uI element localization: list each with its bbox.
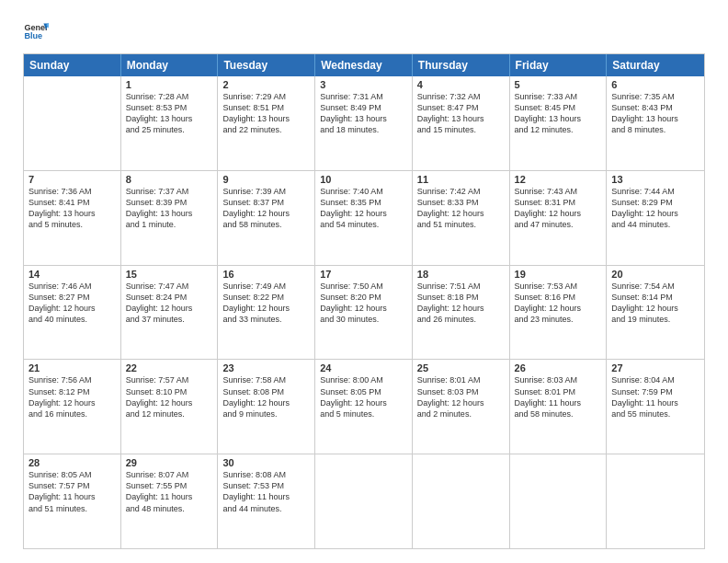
calendar-cell: 2Sunrise: 7:29 AMSunset: 8:51 PMDaylight…	[218, 76, 315, 170]
cell-line: and 23 minutes.	[515, 314, 602, 325]
cell-line: and 30 minutes.	[320, 314, 407, 325]
cell-line: Sunrise: 7:46 AM	[28, 281, 116, 292]
calendar-cell: 21Sunrise: 7:56 AMSunset: 8:12 PMDayligh…	[24, 360, 121, 454]
day-number: 10	[320, 174, 407, 185]
cell-line: Sunrise: 7:44 AM	[611, 186, 700, 197]
cell-line: Sunrise: 8:00 AM	[320, 374, 407, 385]
weekday-header-friday: Friday	[510, 54, 608, 76]
cell-line: and 44 minutes.	[611, 219, 700, 230]
calendar-cell: 12Sunrise: 7:43 AMSunset: 8:31 PMDayligh…	[510, 171, 608, 265]
cell-line: and 33 minutes.	[222, 314, 310, 325]
cell-line: Daylight: 12 hours	[417, 208, 505, 219]
calendar-cell: 13Sunrise: 7:44 AMSunset: 8:29 PMDayligh…	[607, 171, 704, 265]
cell-line: Sunrise: 7:53 AM	[515, 281, 602, 292]
day-number: 4	[417, 79, 505, 90]
cell-line: Sunset: 8:29 PM	[611, 197, 700, 208]
cell-line: and 51 minutes.	[28, 503, 116, 514]
cell-line: Sunrise: 7:29 AM	[222, 91, 310, 102]
cell-line: and 2 minutes.	[417, 408, 505, 419]
cell-line: Sunrise: 8:01 AM	[417, 374, 505, 385]
cell-line: and 25 minutes.	[126, 124, 213, 135]
cell-line: Sunrise: 7:51 AM	[417, 281, 505, 292]
cell-line: Daylight: 12 hours	[320, 397, 407, 408]
cell-line: Daylight: 13 hours	[320, 113, 407, 124]
cell-line: Sunrise: 7:35 AM	[611, 91, 700, 102]
cell-line: Sunset: 7:55 PM	[126, 480, 213, 491]
calendar-cell: 29Sunrise: 8:07 AMSunset: 7:55 PMDayligh…	[121, 454, 219, 548]
cell-line: Sunrise: 7:36 AM	[28, 186, 116, 197]
cell-line: Sunset: 8:37 PM	[222, 197, 310, 208]
cell-line: Sunrise: 7:50 AM	[320, 281, 407, 292]
day-number: 17	[320, 269, 407, 280]
cell-line: Sunset: 8:24 PM	[126, 292, 213, 303]
day-number: 11	[417, 174, 505, 185]
day-number: 27	[611, 362, 700, 373]
cell-line: and 12 minutes.	[515, 124, 602, 135]
calendar-cell: 28Sunrise: 8:05 AMSunset: 7:57 PMDayligh…	[24, 454, 121, 548]
calendar-cell: 24Sunrise: 8:00 AMSunset: 8:05 PMDayligh…	[315, 360, 413, 454]
calendar-cell: 18Sunrise: 7:51 AMSunset: 8:18 PMDayligh…	[413, 266, 510, 360]
weekday-header-thursday: Thursday	[413, 54, 510, 76]
cell-line: Daylight: 13 hours	[515, 113, 602, 124]
cell-line: Sunset: 8:08 PM	[222, 386, 310, 397]
header: General Blue	[23, 18, 705, 44]
cell-line: and 9 minutes.	[222, 408, 310, 419]
cell-line: Daylight: 11 hours	[515, 397, 602, 408]
cell-line: Sunset: 8:35 PM	[320, 197, 407, 208]
calendar-cell: 23Sunrise: 7:58 AMSunset: 8:08 PMDayligh…	[218, 360, 315, 454]
day-number: 6	[611, 79, 700, 90]
day-number: 15	[126, 269, 213, 280]
cell-line: Sunrise: 7:57 AM	[126, 374, 213, 385]
cell-line: Sunset: 8:10 PM	[126, 386, 213, 397]
calendar-cell: 10Sunrise: 7:40 AMSunset: 8:35 PMDayligh…	[315, 171, 413, 265]
cell-line: Daylight: 12 hours	[611, 303, 700, 314]
calendar-cell	[510, 454, 608, 548]
cell-line: Daylight: 12 hours	[28, 303, 116, 314]
cell-line: and 15 minutes.	[417, 124, 505, 135]
cell-line: and 47 minutes.	[515, 219, 602, 230]
day-number: 7	[28, 174, 116, 185]
day-number: 30	[222, 457, 310, 468]
cell-line: and 55 minutes.	[611, 408, 700, 419]
day-number: 25	[417, 362, 505, 373]
cell-line: Daylight: 12 hours	[320, 208, 407, 219]
cell-line: and 37 minutes.	[126, 314, 213, 325]
cell-line: and 12 minutes.	[126, 408, 213, 419]
day-number: 29	[126, 457, 213, 468]
cell-line: Daylight: 12 hours	[28, 397, 116, 408]
cell-line: and 19 minutes.	[611, 314, 700, 325]
cell-line: Daylight: 12 hours	[417, 397, 505, 408]
calendar-cell: 26Sunrise: 8:03 AMSunset: 8:01 PMDayligh…	[510, 360, 608, 454]
cell-line: Daylight: 12 hours	[222, 303, 310, 314]
cell-line: Daylight: 12 hours	[515, 303, 602, 314]
cell-line: Daylight: 12 hours	[222, 397, 310, 408]
cell-line: Sunrise: 8:03 AM	[515, 374, 602, 385]
weekday-header-monday: Monday	[121, 54, 219, 76]
calendar-cell: 7Sunrise: 7:36 AMSunset: 8:41 PMDaylight…	[24, 171, 121, 265]
calendar-row-1: 1Sunrise: 7:28 AMSunset: 8:53 PMDaylight…	[24, 76, 704, 170]
calendar-cell: 3Sunrise: 7:31 AMSunset: 8:49 PMDaylight…	[315, 76, 413, 170]
cell-line: and 18 minutes.	[320, 124, 407, 135]
cell-line: Sunset: 8:43 PM	[611, 102, 700, 113]
cell-line: Daylight: 12 hours	[611, 208, 700, 219]
day-number: 18	[417, 269, 505, 280]
cell-line: Sunrise: 7:43 AM	[515, 186, 602, 197]
calendar-row-4: 21Sunrise: 7:56 AMSunset: 8:12 PMDayligh…	[24, 359, 704, 454]
cell-line: and 5 minutes.	[28, 219, 116, 230]
calendar-cell: 15Sunrise: 7:47 AMSunset: 8:24 PMDayligh…	[121, 266, 219, 360]
cell-line: Sunrise: 7:37 AM	[126, 186, 213, 197]
cell-line: and 58 minutes.	[515, 408, 602, 419]
cell-line: Sunrise: 7:40 AM	[320, 186, 407, 197]
day-number: 2	[222, 79, 310, 90]
cell-line: Sunset: 8:18 PM	[417, 292, 505, 303]
weekday-header-sunday: Sunday	[24, 54, 121, 76]
cell-line: Daylight: 13 hours	[28, 208, 116, 219]
cell-line: Sunrise: 7:33 AM	[515, 91, 602, 102]
day-number: 8	[126, 174, 213, 185]
cell-line: Sunset: 8:27 PM	[28, 292, 116, 303]
calendar-cell: 8Sunrise: 7:37 AMSunset: 8:39 PMDaylight…	[121, 171, 219, 265]
calendar-row-5: 28Sunrise: 8:05 AMSunset: 7:57 PMDayligh…	[24, 454, 704, 548]
cell-line: Sunset: 8:05 PM	[320, 386, 407, 397]
cell-line: Sunrise: 8:04 AM	[611, 374, 700, 385]
cell-line: Daylight: 12 hours	[126, 303, 213, 314]
